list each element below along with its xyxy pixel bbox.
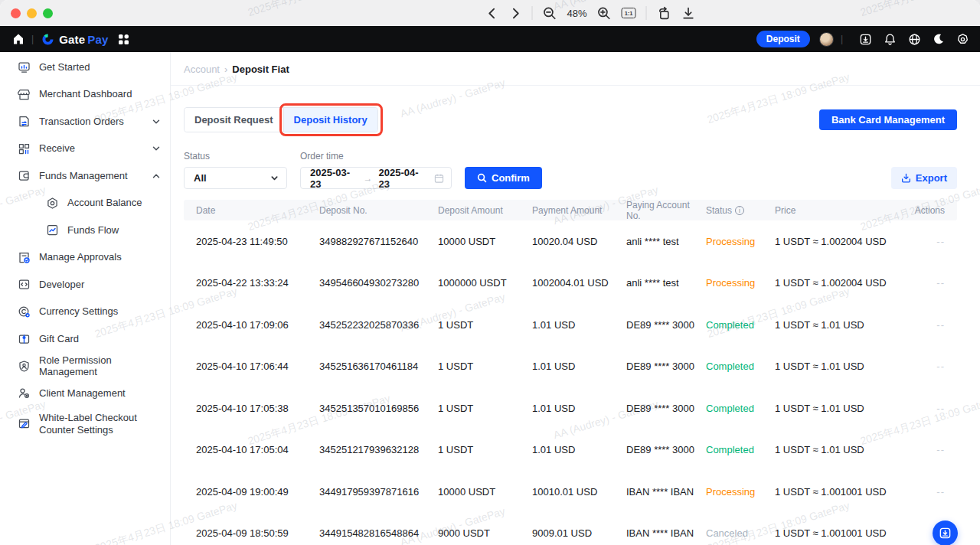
cell-paying-account: DE89 **** 3000 [626, 319, 706, 331]
cell-status: Processing [706, 236, 775, 247]
cell-actions[interactable]: -- [936, 403, 945, 414]
forward-icon[interactable] [509, 7, 522, 20]
manage-approvals-icon [18, 251, 31, 264]
sidebar-item-white-label-checkout-counter-settings[interactable]: White-Label Checkout Counter Settings [0, 407, 170, 441]
cell-status: Completed [706, 444, 775, 455]
download-center-icon[interactable] [859, 33, 872, 46]
cell-actions[interactable]: -- [936, 319, 945, 331]
window-titlebar: 48% 1:1 [0, 0, 980, 26]
cell-payment-amount: 1.01 USD [532, 361, 626, 372]
export-icon [901, 173, 911, 183]
sidebar-item-label: Account Balance [67, 197, 161, 209]
tab-deposit-history[interactable]: Deposit History [284, 108, 377, 132]
sidebar-item-gift-card[interactable]: Gift Card [0, 325, 170, 353]
table-row: 2025-04-10 17:06:443452516361704611841 U… [184, 346, 957, 388]
cell-deposit-no: 349882927671152640 [319, 236, 438, 247]
back-icon[interactable] [486, 7, 499, 20]
nav-divider: | [841, 34, 843, 44]
cell-payment-amount: 10010.01 USD [532, 486, 626, 498]
cell-paying-account: anli **** test [626, 277, 706, 289]
minimize-window-button[interactable] [27, 8, 37, 18]
download-screenshot-icon[interactable] [681, 6, 696, 21]
table-header: DateDeposit No.Deposit AmountPayment Amo… [184, 200, 957, 220]
cell-deposit-no: 344915482816548864 [319, 527, 438, 539]
chevron-up-icon [152, 171, 161, 181]
sidebar-item-manage-approvals[interactable]: Manage Approvals [0, 244, 170, 272]
cell-price: 1 USDT ≈ 1.002004 USD [775, 277, 897, 289]
sidebar-item-funds-flow[interactable]: Funds Flow [0, 217, 170, 244]
dark-mode-moon-icon[interactable] [933, 33, 945, 45]
gatepay-logo[interactable]: GatePay [41, 32, 108, 47]
deposit-button[interactable]: Deposit [756, 31, 810, 47]
user-avatar[interactable] [819, 32, 834, 47]
sidebar-item-label: Role Permission Management [39, 354, 161, 378]
column-header-deposit-amount: Deposit Amount [438, 205, 532, 216]
sidebar-item-label: Get Started [39, 61, 161, 73]
sidebar-item-account-balance[interactable]: Account Balance [0, 190, 170, 217]
cell-actions[interactable]: -- [936, 236, 945, 247]
table-row: 2025-04-10 17:09:063452522320258703361 U… [184, 304, 957, 346]
status-filter-select[interactable]: All [184, 167, 287, 189]
sidebar-item-funds-management[interactable]: Funds Management [0, 162, 170, 190]
developer-icon [18, 278, 31, 291]
cell-status: Processing [706, 277, 775, 289]
settings-gear-icon[interactable] [956, 33, 969, 46]
table-row: 2025-04-09 19:00:49344917959397871616100… [184, 471, 957, 513]
cell-deposit-amount: 10000 USDT [438, 236, 532, 247]
breadcrumb-account[interactable]: Account [184, 64, 220, 75]
close-window-button[interactable] [11, 8, 21, 18]
table-row: 2025-04-23 11:49:50349882927671152640100… [184, 220, 957, 263]
apps-grid-icon[interactable] [118, 34, 129, 45]
cell-actions[interactable]: -- [936, 361, 945, 372]
zoom-out-icon[interactable] [543, 6, 557, 21]
cell-deposit-no: 345251636170461184 [319, 361, 438, 372]
floating-download-button[interactable] [933, 521, 958, 545]
actual-size-icon[interactable]: 1:1 [622, 8, 636, 18]
home-icon[interactable] [12, 33, 24, 45]
cell-date: 2025-04-09 19:00:49 [196, 486, 319, 498]
sidebar-item-role-permission-management[interactable]: Role Permission Management [0, 353, 170, 380]
cell-price: 1 USDT ≈ 1.01 USD [775, 444, 897, 455]
language-globe-icon[interactable] [908, 33, 921, 46]
sidebar-item-client-management[interactable]: Client Management [0, 380, 170, 407]
sidebar-item-get-started[interactable]: Get Started [0, 54, 170, 81]
confirm-button[interactable]: Confirm [465, 167, 542, 189]
receive-icon [18, 142, 31, 155]
fullscreen-window-button[interactable] [43, 8, 53, 18]
cell-actions[interactable]: -- [936, 277, 945, 289]
cell-deposit-amount: 1 USDT [438, 319, 532, 331]
cell-actions[interactable]: -- [936, 486, 945, 498]
status-filter-label: Status [184, 151, 287, 162]
sidebar-item-label: Transaction Orders [39, 116, 143, 128]
gift-card-icon [18, 332, 31, 345]
chevron-down-icon [152, 144, 161, 153]
column-header-price: Price [775, 205, 897, 216]
sidebar-item-label: Developer [39, 279, 161, 291]
status-info-icon[interactable]: i [735, 206, 744, 215]
notifications-bell-icon[interactable] [884, 33, 897, 46]
cell-paying-account: DE89 **** 3000 [626, 444, 706, 455]
sidebar-item-label: Funds Flow [67, 224, 161, 237]
cell-date: 2025-04-10 17:06:44 [196, 361, 319, 372]
sidebar-item-developer[interactable]: Developer [0, 271, 170, 299]
table-row: 2025-04-10 17:05:383452513570101698561 U… [184, 387, 957, 429]
sidebar-item-receive[interactable]: Receive [0, 135, 170, 163]
cell-price: 1 USDT ≈ 1.001001 USD [775, 486, 897, 498]
tab-deposit-request[interactable]: Deposit Request [185, 108, 284, 132]
order-time-label: Order time [300, 151, 452, 162]
table-row: 2025-04-10 17:05:043452512179396321281 U… [184, 429, 957, 472]
zoom-in-icon[interactable] [597, 6, 612, 21]
cell-actions[interactable]: -- [936, 444, 945, 455]
table-row: 2025-04-22 13:33:24349546604930273280100… [184, 263, 957, 305]
export-button[interactable]: Export [891, 167, 957, 189]
order-time-range-input[interactable]: 2025-03-23 → 2025-04-23 [300, 167, 452, 189]
sidebar-item-transaction-orders[interactable]: Transaction Orders [0, 108, 170, 135]
sidebar-item-merchant-dashboard[interactable]: Merchant Dashboard [0, 81, 170, 109]
sidebar-item-currency-settings[interactable]: Currency Settings [0, 299, 170, 326]
cell-payment-amount: 9009.01 USD [532, 527, 626, 539]
merchant-dashboard-icon [18, 88, 31, 101]
bank-card-management-button[interactable]: Bank Card Management [819, 109, 957, 130]
cell-deposit-no: 344917959397871616 [319, 486, 438, 498]
client-management-icon [18, 387, 31, 400]
rotate-icon[interactable] [657, 6, 671, 21]
